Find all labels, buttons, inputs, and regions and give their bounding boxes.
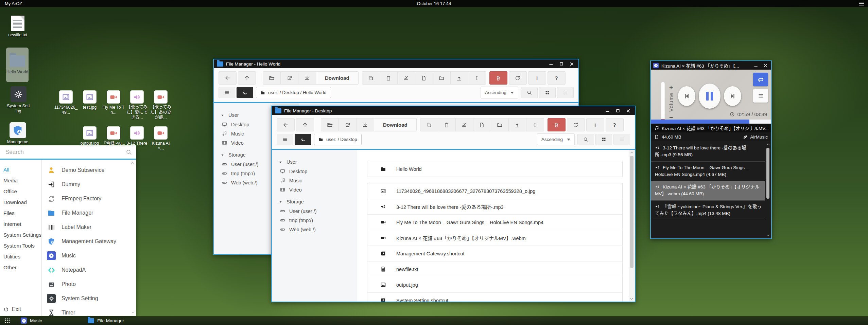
- category-utilities[interactable]: Utilities: [0, 251, 41, 262]
- dark-mode-toggle[interactable]: [237, 87, 253, 98]
- delete-button[interactable]: [489, 71, 507, 85]
- app-timer[interactable]: Timer: [47, 306, 136, 316]
- exit-button[interactable]: Exit: [3, 306, 21, 312]
- desktop-icon-output-jpg[interactable]: output.jpg: [78, 126, 102, 146]
- maximize-button[interactable]: [559, 61, 564, 66]
- playlist-item[interactable]: Fly Me To The Moon _ Gawr Gura Sings _ H…: [651, 162, 765, 181]
- file-row-system-setting-shortcut[interactable]: System Setting.shortcut: [367, 292, 622, 302]
- new-folder-button[interactable]: [491, 118, 509, 131]
- maximize-button[interactable]: [615, 108, 620, 113]
- app-ffmpeg-factory[interactable]: FFmpeg Factory: [47, 192, 136, 206]
- title-bar[interactable]: File Manager - Desktop: [272, 106, 635, 115]
- back-button[interactable]: [277, 118, 295, 131]
- help-button[interactable]: ?: [548, 71, 566, 85]
- close-button[interactable]: [626, 108, 631, 113]
- file-row-management-shortcut[interactable]: Management Gateway.shortcut: [367, 246, 622, 261]
- scroll-down-icon[interactable]: [131, 310, 135, 314]
- grid-view-button[interactable]: [539, 87, 556, 98]
- download-button[interactable]: Download: [316, 71, 359, 85]
- open-in-new-button[interactable]: [281, 71, 298, 85]
- playlist-item[interactable]: 3-12 There will be love there -愛のある場所-.m…: [651, 142, 765, 162]
- open-in-new-button[interactable]: [339, 118, 357, 131]
- close-button[interactable]: [763, 63, 768, 68]
- file-row-output-jpg[interactable]: output.jpg: [367, 277, 622, 292]
- info-button[interactable]: i: [528, 71, 546, 85]
- paste-button[interactable]: [380, 71, 398, 85]
- info-button[interactable]: i: [586, 118, 604, 131]
- title-bar[interactable]: File Manager - Hello World: [214, 59, 578, 68]
- delete-button[interactable]: [548, 118, 566, 131]
- refresh-button[interactable]: [567, 118, 585, 131]
- desktop-icon-newfile[interactable]: newfile.txt: [6, 16, 30, 38]
- copy-button[interactable]: [362, 71, 380, 85]
- refresh-button[interactable]: [509, 71, 527, 85]
- scroll-thumb[interactable]: [630, 156, 633, 268]
- desktop-icon-test-jpg[interactable]: test.jpg: [78, 90, 102, 110]
- new-folder-button[interactable]: [433, 71, 451, 85]
- sidebar-item-web-drive[interactable]: Web (web:/): [272, 225, 357, 234]
- desktop-icon-117346026[interactable]: 117346026_49...: [54, 90, 78, 115]
- desktop-icon-yukimine[interactable]: 『雪峰~yu...: [102, 126, 125, 146]
- file-row-3-12-mp3[interactable]: 3-12 There will be love there -愛のある場所-.m…: [367, 199, 622, 214]
- upload-button[interactable]: [509, 118, 526, 131]
- app-system-setting[interactable]: System Setting: [47, 291, 136, 306]
- previous-button[interactable]: [678, 86, 695, 106]
- sort-dropdown[interactable]: Ascending: [481, 87, 518, 98]
- paste-button[interactable]: [438, 118, 456, 131]
- scroll-down-icon[interactable]: [766, 233, 770, 237]
- taskbar-item-music[interactable]: Music: [21, 318, 42, 324]
- up-button[interactable]: [238, 71, 256, 85]
- minimize-button[interactable]: [605, 108, 610, 113]
- breadcrumb[interactable]: user: / Desktop / Hello World: [256, 87, 331, 98]
- up-button[interactable]: [296, 118, 314, 131]
- scrollbar[interactable]: [629, 150, 635, 302]
- sort-dropdown[interactable]: Ascending: [537, 133, 575, 145]
- dark-mode-toggle[interactable]: [295, 134, 311, 145]
- file-row-117346026[interactable]: 117346026_4968186883206677_3276783073763…: [367, 183, 622, 199]
- sidebar-item-tmp-drive[interactable]: tmp (tmp:/): [272, 216, 357, 225]
- category-download[interactable]: Download: [0, 197, 41, 208]
- search-icon[interactable]: [126, 149, 132, 155]
- sidebar-item-video[interactable]: Video: [272, 185, 357, 194]
- category-office[interactable]: Office: [0, 186, 41, 197]
- playlist-item-active[interactable]: Kizuna AI × 花譜 #63 「かりそめ」【オリジナルMV】.webm …: [651, 181, 765, 201]
- scroll-up-icon[interactable]: [766, 142, 770, 147]
- download-button[interactable]: Download: [374, 118, 417, 131]
- next-button[interactable]: [724, 86, 741, 106]
- category-system-settings[interactable]: System Settings: [0, 230, 41, 240]
- search-input[interactable]: [0, 148, 136, 156]
- category-media[interactable]: Media: [0, 175, 41, 186]
- sidebar-item-music[interactable]: Music: [272, 176, 357, 185]
- category-all[interactable]: All: [0, 164, 41, 175]
- volume-slider[interactable]: [661, 82, 665, 123]
- app-label-maker[interactable]: Label Maker: [47, 220, 136, 234]
- sidebar-section-storage[interactable]: Storage: [272, 197, 357, 206]
- app-management-gateway[interactable]: Management Gateway: [47, 234, 136, 249]
- file-row-hello-world[interactable]: Hello World: [367, 161, 622, 177]
- desktop-icon-3-12[interactable]: 3-12 There: [125, 126, 149, 146]
- list-view-button[interactable]: [557, 87, 574, 98]
- breadcrumb[interactable]: user: / Desktop: [314, 134, 362, 145]
- category-internet[interactable]: Internet: [0, 219, 41, 230]
- playlist-scrollbar[interactable]: [766, 142, 770, 237]
- cut-button[interactable]: [398, 71, 415, 85]
- open-button[interactable]: [263, 71, 281, 85]
- back-button[interactable]: [219, 71, 237, 85]
- app-music[interactable]: Music: [47, 249, 136, 263]
- app-dummy[interactable]: Dummy: [47, 177, 136, 192]
- copy-button[interactable]: [420, 118, 438, 131]
- pause-button[interactable]: [699, 84, 721, 109]
- download-icon-button[interactable]: [298, 71, 316, 85]
- rename-button[interactable]: [468, 71, 486, 85]
- desktop-icon-hello-world[interactable]: Hello World: [6, 48, 30, 82]
- close-button[interactable]: [569, 61, 574, 67]
- search-button[interactable]: [577, 134, 594, 145]
- list-view-button[interactable]: [613, 134, 630, 145]
- help-button[interactable]: ?: [606, 118, 624, 131]
- category-system-tools[interactable]: System Tools: [0, 240, 41, 251]
- menu-scrollbar[interactable]: [130, 161, 135, 314]
- search-button[interactable]: [521, 87, 538, 98]
- file-row-fly-me-mp4[interactable]: Fly Me To The Moon _ Gawr Gura Sings _ H…: [367, 214, 622, 230]
- minimize-button[interactable]: [549, 61, 554, 67]
- desktop-icon-utattemita-1[interactable]: 【歌ってみた】愛にできる...: [125, 90, 149, 120]
